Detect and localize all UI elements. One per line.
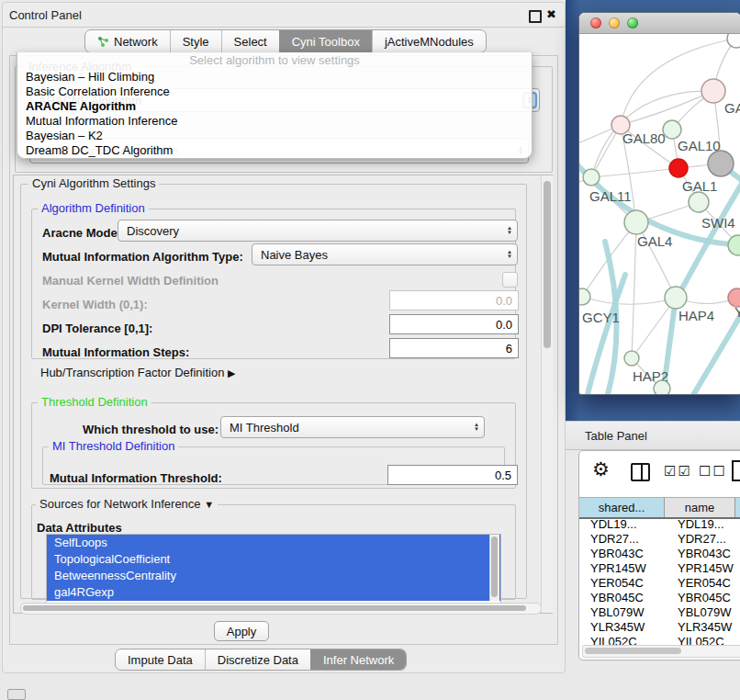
- network-node[interactable]: [708, 151, 734, 176]
- settings-gear-icon[interactable]: ⚙: [592, 458, 610, 480]
- scrollbar-thumb[interactable]: [544, 181, 551, 348]
- table-row[interactable]: YBR043CYBR043C: [579, 547, 740, 561]
- network-node-gal1[interactable]: [689, 192, 709, 212]
- network-edge[interactable]: [591, 168, 678, 177]
- scrollbar-thumb[interactable]: [23, 605, 526, 611]
- table-row[interactable]: YER054CYER054C8.: [579, 576, 740, 591]
- manual-kernel-checkbox[interactable]: [502, 272, 518, 288]
- attribute-item-topologicalcoefficient[interactable]: TopologicalCoefficient: [47, 551, 500, 568]
- float-window-icon[interactable]: [529, 10, 542, 23]
- table-cell: YLR345W: [579, 620, 665, 635]
- network-node[interactable]: [654, 380, 670, 395]
- tab-style[interactable]: Style: [170, 30, 221, 52]
- mi-algorithm-type-select[interactable]: Naive Bayes ▲▼: [252, 243, 518, 265]
- scrollbar-thumb[interactable]: [491, 536, 498, 597]
- table-cell: 9.: [735, 591, 740, 605]
- dpi-tolerance-field[interactable]: 0.0: [389, 314, 519, 334]
- network-window-titlebar[interactable]: [579, 13, 740, 34]
- network-node-gcy1[interactable]: [579, 288, 590, 305]
- control-panel-titlebar: Control Panel ✖: [2, 2, 566, 28]
- close-traffic-light[interactable]: [590, 17, 601, 28]
- tab-network[interactable]: Network: [85, 30, 170, 52]
- network-node-gal11[interactable]: [583, 169, 600, 186]
- column-header-name[interactable]: name: [665, 497, 735, 517]
- node-label: Y: [734, 304, 740, 320]
- network-edge[interactable]: [582, 297, 676, 304]
- panel-corner-button[interactable]: [7, 689, 26, 700]
- tab-jactivemnodules[interactable]: jActiveMNodules: [372, 30, 486, 52]
- data-attributes-label: Data Attributes: [37, 521, 122, 535]
- algorithm-dropdown: Select algorithm to view settings Bayesi…: [17, 52, 533, 159]
- algorithm-option-aracne-algorithm[interactable]: ARACNE Algorithm: [17, 99, 532, 114]
- table-cell: 12: [735, 532, 740, 547]
- collapse-arrow-icon[interactable]: ▼: [204, 499, 214, 510]
- sources-group-title-row[interactable]: Sources for Network Inference ▼: [36, 497, 218, 511]
- network-node[interactable]: [669, 159, 688, 177]
- table-cell: [735, 547, 740, 561]
- algorithm-option-mutual-information-inference[interactable]: Mutual Information Inference: [17, 114, 532, 129]
- expand-arrow-icon[interactable]: ▶: [228, 367, 235, 378]
- kernel-width-field[interactable]: 0.0: [389, 290, 519, 310]
- select-none-unchecked-icon[interactable]: ☐☐: [699, 463, 727, 480]
- table-row[interactable]: YBR045CYBR045C9.: [579, 591, 740, 605]
- network-node-gal10[interactable]: [663, 120, 681, 139]
- tab-cyni-toolbox[interactable]: Cyni Toolbox: [279, 30, 372, 52]
- mi-threshold-field[interactable]: 0.5: [387, 465, 518, 485]
- mi-threshold-group-title: MI Threshold Definition: [49, 439, 178, 453]
- tab-impute-data[interactable]: Impute Data: [116, 649, 205, 670]
- table-row[interactable]: YDR27...YDR27...12: [579, 532, 740, 547]
- attribute-item-selfloops[interactable]: SelfLoops: [47, 535, 500, 551]
- node-label: GAL80: [622, 130, 666, 146]
- network-node-gal[interactable]: [701, 79, 725, 103]
- network-edge[interactable]: [587, 275, 625, 395]
- network-node-gal4[interactable]: [624, 210, 648, 234]
- new-table-icon[interactable]: [732, 460, 740, 481]
- apply-button[interactable]: Apply: [214, 621, 269, 641]
- network-node-hap2[interactable]: [624, 351, 639, 366]
- attribute-item-gal4rgexp[interactable]: gal4RGexp: [47, 584, 500, 601]
- data-attributes-list[interactable]: SelfLoopsTopologicalCoefficientBetweenne…: [46, 534, 501, 604]
- network-node-hap4[interactable]: [665, 287, 687, 309]
- hub-definition-label: Hub/Transcription Factor Definition: [40, 366, 224, 379]
- tab-infer-network[interactable]: Infer Network: [310, 649, 406, 670]
- scrollbar-thumb[interactable]: [585, 648, 681, 654]
- table-cell: YDL19...: [665, 517, 735, 532]
- table-row[interactable]: YDL19...YDL19...13: [579, 517, 740, 532]
- settings-horizontal-scrollbar[interactable]: [20, 603, 542, 615]
- node-label: SWI4: [701, 215, 735, 231]
- settings-vertical-scrollbar[interactable]: [541, 175, 553, 613]
- node-label: GAL: [724, 100, 740, 116]
- table-row[interactable]: YPR145WYPR145W9.: [579, 561, 740, 576]
- attribute-item-betweennesscentrality[interactable]: BetweennessCentrality: [47, 568, 500, 584]
- aracne-mode-select[interactable]: Discovery ▲▼: [118, 220, 518, 242]
- screenshot-root: Control Panel ✖ NetworkStyleSelectCyni T…: [0, 0, 740, 700]
- select-all-checked-icon[interactable]: ☑☑: [664, 463, 692, 480]
- network-node-swi4[interactable]: [728, 235, 740, 255]
- minimize-traffic-light[interactable]: [609, 17, 620, 28]
- network-canvas[interactable]: GALGAL80GAL10GAL1GAL11SWI4GAL4GCY1HAP4YH…: [579, 34, 740, 395]
- algorithm-option-bayesian-k2[interactable]: Bayesian – K2: [17, 129, 532, 143]
- table-horizontal-scrollbar[interactable]: [582, 645, 740, 658]
- zoom-traffic-light[interactable]: [627, 17, 638, 28]
- table-cell: YBR045C: [665, 591, 735, 605]
- table-row[interactable]: YBL079WYBL079W: [579, 605, 740, 620]
- attributes-vertical-scrollbar[interactable]: [489, 535, 499, 601]
- algorithm-option-bayesian-hill-climbing[interactable]: Bayesian – Hill Climbing: [17, 70, 532, 85]
- column-header-2[interactable]: [735, 497, 740, 517]
- hub-definition-toggle[interactable]: Hub/Transcription Factor Definition ▶: [40, 366, 235, 379]
- close-icon[interactable]: ✖: [546, 7, 556, 21]
- column-layout-icon[interactable]: [631, 463, 650, 481]
- table-cell: 9.: [735, 620, 740, 635]
- algorithm-option-dream8-dc-tdc-algorithm[interactable]: Dream8 DC_TDC Algorithm: [17, 143, 532, 158]
- tab-discretize-data[interactable]: Discretize Data: [205, 649, 310, 670]
- network-node[interactable]: [727, 34, 740, 48]
- mi-steps-field[interactable]: 6: [389, 338, 519, 358]
- tab-label: Select: [234, 35, 267, 49]
- tab-select[interactable]: Select: [221, 30, 279, 52]
- table-row[interactable]: YLR345WYLR345W9.: [579, 620, 740, 635]
- algorithm-option-basic-correlation-inference[interactable]: Basic Correlation Inference: [17, 85, 532, 99]
- table-cell: YDR27...: [665, 532, 735, 547]
- which-threshold-select[interactable]: MI Threshold ▲▼: [220, 416, 485, 438]
- column-header-shared-[interactable]: shared...: [579, 497, 665, 517]
- network-edge[interactable]: [632, 222, 636, 358]
